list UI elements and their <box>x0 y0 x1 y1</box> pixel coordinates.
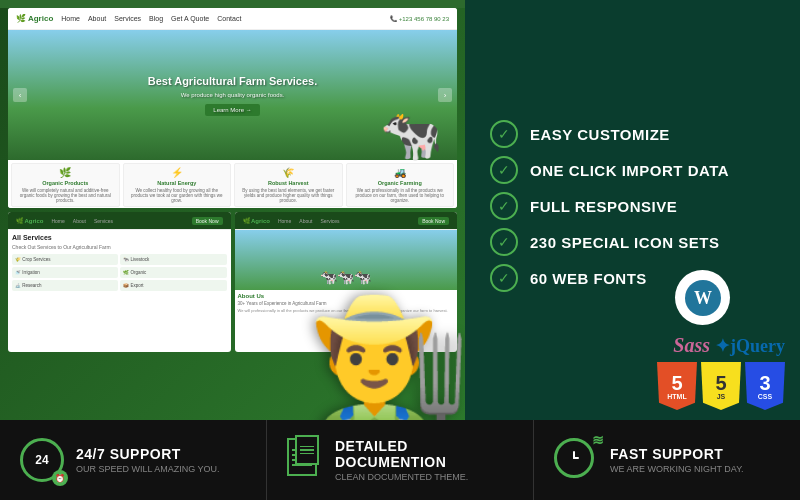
fast-speed-lines: ≋ <box>592 432 604 448</box>
documentation-item: DETAILED DOCUMENTION CLEAN DOCUMENTED TH… <box>267 420 534 500</box>
css3-badge: 3 CSS <box>745 362 785 410</box>
documentation-desc: CLEAN DOCUMENTED THEME. <box>335 472 513 482</box>
doc-icon-overlay <box>295 435 319 465</box>
nav-quote: Get A Quote <box>171 15 209 22</box>
fast-support-text: FAST SUPPORT WE ARE WORKING NIGHT DAY. <box>610 446 744 474</box>
feature-item-responsive: ✓ FULL RESPONSIVE <box>490 192 775 220</box>
services-title: All Services <box>12 234 227 241</box>
svg-text:W: W <box>694 288 712 308</box>
jquery-logo: ✦jQuery <box>715 335 785 357</box>
hero-title: Best Agricultural Farm Services. <box>148 74 318 88</box>
hero-arrow-right[interactable]: › <box>438 88 452 102</box>
html5-number: 5 <box>671 373 682 393</box>
html5-label: HTML <box>667 393 686 400</box>
clock-svg <box>562 446 586 470</box>
bottom-bar: 24 ⏰ 24/7 SUPPORT OUR SPEED WILL AMAZING… <box>0 420 800 500</box>
website-preview-panel: 🌿 Agrico Home About Services Blog Get A … <box>0 0 465 420</box>
css3-number: 3 <box>759 373 770 393</box>
tech-logos: W Sass ✦jQuery 5 HTML 5 JS <box>657 270 785 410</box>
nav-contact: Contact <box>217 15 241 22</box>
clock-badge: ⏰ <box>52 470 68 486</box>
check-icon-3: ✓ <box>490 192 518 220</box>
fast-support-title: FAST SUPPORT <box>610 446 744 462</box>
phone-number: 📞 +123 456 78 90 23 <box>390 15 449 22</box>
feature-label-1: EASY CUSTOMIZE <box>530 126 670 143</box>
feature-item-import: ✓ ONE CLICK IMPORT DATA <box>490 156 775 184</box>
hero-text: Best Agricultural Farm Services. We prod… <box>148 74 318 115</box>
css3-label: CSS <box>758 393 772 400</box>
nav-services: Services <box>114 15 141 22</box>
check-icon-1: ✓ <box>490 120 518 148</box>
wordpress-logo: W <box>675 270 730 325</box>
feature-label-4: 230 SPECIAL ICON SETS <box>530 234 719 251</box>
feature-energy: ⚡ Natural Energy We collect healthy food… <box>123 163 232 207</box>
support-icon-wrapper: 24 ⏰ <box>20 438 64 482</box>
js-number: 5 <box>715 373 726 393</box>
fast-support-item: ≋ FAST SUPPORT WE ARE WORKING NIGHT DAY. <box>534 420 800 500</box>
wordpress-icon: W <box>683 278 723 318</box>
support-247-text: 24/7 SUPPORT OUR SPEED WILL AMAZING YOU. <box>76 446 220 474</box>
feature-label-2: ONE CLICK IMPORT DATA <box>530 162 729 179</box>
nav-home: Home <box>61 15 80 22</box>
sass-jquery-row: Sass ✦jQuery <box>673 334 785 357</box>
features-row: 🌿 Organic Products We will completely na… <box>8 160 457 208</box>
html5-badge: 5 HTML <box>657 362 697 410</box>
feature-item-icons: ✓ 230 SPECIAL ICON SETS <box>490 228 775 256</box>
features-panel: ✓ EASY CUSTOMIZE ✓ ONE CLICK IMPORT DATA… <box>465 0 800 420</box>
js-label: JS <box>717 393 726 400</box>
about-cows-image: 🐄🐄🐄 <box>320 269 371 285</box>
feature-harvest: 🌾 Robust Harvest By using the best land … <box>234 163 343 207</box>
documentation-text: DETAILED DOCUMENTION CLEAN DOCUMENTED TH… <box>335 438 513 482</box>
js-badge: 5 JS <box>701 362 741 410</box>
support-247-title: 24/7 SUPPORT <box>76 446 220 462</box>
site-screenshot-top: 🌿 Agrico Home About Services Blog Get A … <box>8 8 457 208</box>
tech-badges: 5 HTML 5 JS 3 CSS <box>657 362 785 410</box>
doc-icon-wrapper <box>287 438 323 482</box>
feature-item-easy-customize: ✓ EASY CUSTOMIZE <box>490 120 775 148</box>
sass-logo: Sass <box>673 334 710 357</box>
farmer-image: 👨‍🌾 <box>308 298 465 420</box>
check-icon-2: ✓ <box>490 156 518 184</box>
hero-subtitle: We produce high quality organic foods. <box>148 92 318 98</box>
check-icon-4: ✓ <box>490 228 518 256</box>
support-247-desc: OUR SPEED WILL AMAZING YOU. <box>76 464 220 474</box>
nav-blog: Blog <box>149 15 163 22</box>
cow-image: 🐄 <box>380 110 442 160</box>
nav-about: About <box>88 15 106 22</box>
feature-label-5: 60 WEB FONTS <box>530 270 647 287</box>
feature-label-3: FULL RESPONSIVE <box>530 198 677 215</box>
fast-clock-circle <box>554 438 594 478</box>
services-screenshot: 🌿 Agrico Home About Services Book Now Al… <box>8 212 231 352</box>
support-247-item: 24 ⏰ 24/7 SUPPORT OUR SPEED WILL AMAZING… <box>0 420 267 500</box>
feature-organic: 🌿 Organic Products We will completely na… <box>11 163 120 207</box>
hero-button[interactable]: Learn More → <box>205 104 259 116</box>
fast-support-desc: WE ARE WORKING NIGHT DAY. <box>610 464 744 474</box>
check-icon-5: ✓ <box>490 264 518 292</box>
site-hero: ‹ Best Agricultural Farm Services. We pr… <box>8 30 457 160</box>
wordpress-logo-area: W <box>675 270 730 325</box>
site-logo: 🌿 Agrico <box>16 14 53 23</box>
hero-arrow-left[interactable]: ‹ <box>13 88 27 102</box>
documentation-title: DETAILED DOCUMENTION <box>335 438 513 470</box>
feature-farming: 🚜 Organic Farming We act professionally … <box>346 163 455 207</box>
fast-support-icon: ≋ <box>554 438 598 482</box>
